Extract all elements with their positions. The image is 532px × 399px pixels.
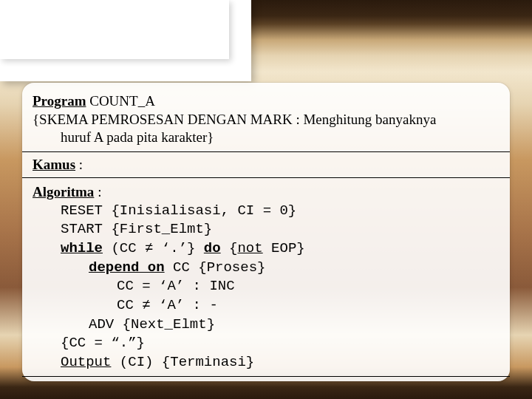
while-tail2: EOP} [263, 240, 305, 256]
output-rest: (CI) {Terminasi} [111, 354, 254, 370]
while-tail1: { [221, 240, 238, 256]
while-cond: (CC ≠ ‘.’} [103, 240, 204, 256]
program-name: COUNT_A [86, 93, 154, 109]
depend-rest: CC {Proses} [165, 259, 266, 276]
program-title-line: Program COUNT_A [33, 92, 499, 111]
alg-line-case-nota: CC ≠ ‘A’ : - [33, 296, 499, 316]
alg-line-while: while (CC ≠ ‘.’} do {not EOP} [33, 239, 499, 259]
alg-line-depend: depend on CC {Proses} [33, 259, 499, 278]
program-desc-line1: {SKEMA PEMROSESAN DENGAN MARK : Menghitu… [33, 111, 499, 129]
while-keyword: while [61, 240, 103, 256]
not-keyword: not [237, 240, 262, 256]
algoritma-heading: Algoritma : [33, 183, 499, 202]
kamus-rest: : [75, 157, 83, 172]
algoritma-rest: : [94, 184, 101, 200]
alg-line-output: Output (CI) {Terminasi} [33, 353, 499, 372]
section-program-header: Program COUNT_A {SKEMA PEMROSESAN DENGAN… [22, 87, 510, 151]
output-keyword: Output [61, 354, 111, 370]
depend-keyword: depend on [89, 259, 165, 276]
alg-line-case-a: CC = ‘A’ : INC [33, 277, 499, 296]
alg-line-start: START {First_Elmt} [33, 220, 499, 239]
section-algoritma: Algoritma : RESET {Inisialisasi, CI = 0}… [22, 177, 510, 377]
do-keyword: do [204, 240, 221, 256]
alg-line-postcond: {CC = “.”} [33, 334, 499, 353]
program-keyword: Program [33, 93, 86, 109]
program-desc-line2: huruf A pada pita karakter} [33, 129, 499, 147]
algoritma-keyword: Algoritma [33, 184, 94, 200]
alg-line-adv: ADV {Next_Elmt} [33, 316, 499, 335]
corner-decoration-inner [0, 0, 229, 59]
kamus-keyword: Kamus [33, 157, 75, 172]
alg-line-reset: RESET {Inisialisasi, CI = 0} [33, 202, 499, 221]
section-kamus: Kamus : [22, 151, 510, 177]
algorithm-box: Program COUNT_A {SKEMA PEMROSESAN DENGAN… [22, 83, 510, 381]
